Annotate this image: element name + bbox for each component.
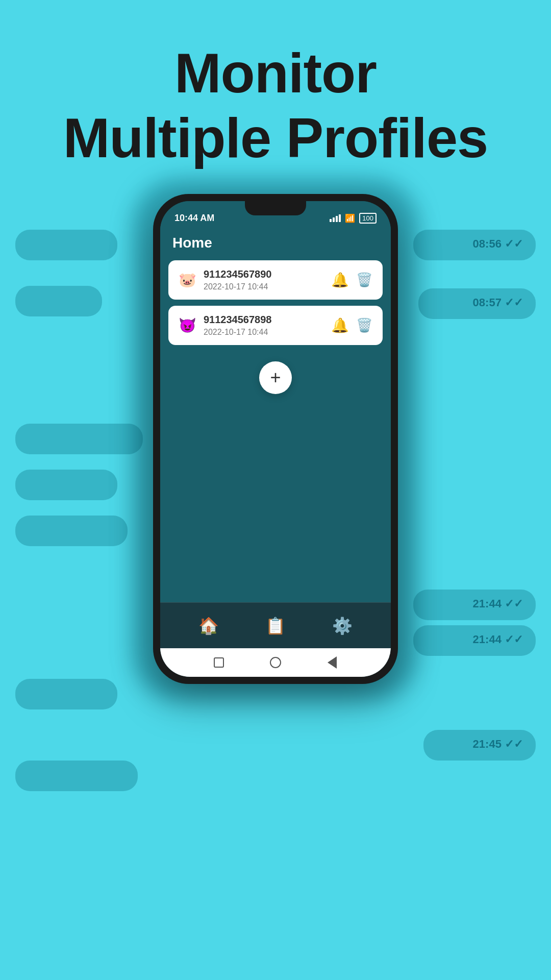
- app-header: Home: [160, 228, 391, 260]
- profile-number-1: 911234567890: [204, 268, 331, 280]
- profile-number-2: 911234567898: [204, 314, 331, 326]
- triangle-icon: [328, 656, 337, 669]
- bell-icon-2[interactable]: 🔔: [331, 317, 349, 334]
- bubble-time-1: 08:56 ✓✓: [473, 237, 523, 251]
- status-bar: 10:44 AM 📶 100: [160, 201, 391, 228]
- android-recent-btn[interactable]: [213, 656, 225, 669]
- profile-actions-2: 🔔 🗑️: [331, 317, 372, 334]
- bubble-time-4: 21:44 ✓✓: [473, 633, 523, 646]
- add-btn-wrapper: +: [168, 351, 383, 404]
- phone-screen: 10:44 AM 📶 100: [160, 201, 391, 677]
- add-profile-button[interactable]: +: [259, 361, 292, 394]
- home-nav-icon: 🏠: [198, 616, 219, 635]
- profile-info-2: 911234567898 2022-10-17 10:44: [204, 314, 331, 337]
- android-back-btn[interactable]: [326, 656, 338, 669]
- android-home-btn[interactable]: [269, 656, 282, 669]
- nav-home[interactable]: 🏠: [198, 616, 219, 635]
- profiles-area: 🐷 911234567890 2022-10-17 10:44 🔔 🗑️ 😈 9…: [160, 260, 391, 602]
- profile-date-2: 2022-10-17 10:44: [204, 328, 331, 337]
- bubble-time-5: 21:45 ✓✓: [473, 738, 523, 751]
- square-icon: [214, 657, 224, 668]
- page-headline: Monitor Multiple Profiles: [0, 41, 551, 170]
- status-time: 10:44 AM: [174, 213, 214, 224]
- signal-bars-icon: [330, 214, 341, 222]
- profile-card-2[interactable]: 😈 911234567898 2022-10-17 10:44 🔔 🗑️: [168, 306, 383, 345]
- circle-icon: [270, 657, 281, 668]
- profile-card-1[interactable]: 🐷 911234567890 2022-10-17 10:44 🔔 🗑️: [168, 260, 383, 300]
- trash-icon-1[interactable]: 🗑️: [356, 272, 372, 288]
- bubble-time-2: 08:57 ✓✓: [473, 296, 523, 309]
- trash-icon-2[interactable]: 🗑️: [356, 317, 372, 333]
- notch: [245, 201, 306, 215]
- app-header-title: Home: [172, 235, 212, 251]
- notes-nav-icon: 📋: [265, 616, 286, 635]
- profile-info-1: 911234567890 2022-10-17 10:44: [204, 268, 331, 291]
- profile-emoji-1: 🐷: [179, 272, 196, 288]
- phone-shell: 10:44 AM 📶 100: [153, 194, 398, 684]
- bell-icon-1[interactable]: 🔔: [331, 272, 349, 288]
- battery-icon: 100: [359, 213, 377, 224]
- android-nav-bar: [160, 648, 391, 677]
- nav-settings[interactable]: ⚙️: [332, 616, 353, 635]
- settings-nav-icon: ⚙️: [332, 616, 353, 635]
- profile-date-1: 2022-10-17 10:44: [204, 282, 331, 291]
- nav-notes[interactable]: 📋: [265, 616, 286, 635]
- status-icons: 📶 100: [330, 213, 377, 224]
- phone-mockup: 10:44 AM 📶 100: [153, 194, 398, 684]
- wifi-icon: 📶: [345, 213, 355, 223]
- bubble-time-3: 21:44 ✓✓: [473, 597, 523, 610]
- bottom-nav: 🏠 📋 ⚙️: [160, 602, 391, 648]
- profile-emoji-2: 😈: [179, 317, 196, 334]
- profile-actions-1: 🔔 🗑️: [331, 272, 372, 288]
